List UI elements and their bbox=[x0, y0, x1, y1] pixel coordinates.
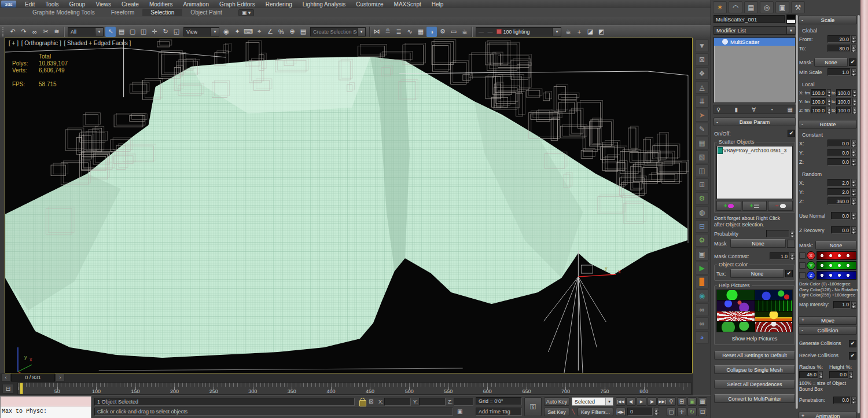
side-tool-9-icon[interactable]: ▧ bbox=[695, 151, 709, 163]
pan-icon[interactable]: ✛ bbox=[677, 408, 686, 416]
unlink-selection-icon[interactable]: ✂ bbox=[41, 27, 51, 37]
remove-modifier-icon[interactable]: ◔ bbox=[770, 107, 773, 113]
rect-selection-region-icon[interactable]: ▢ bbox=[127, 27, 138, 37]
side-tool-binoculars2-icon[interactable]: ∞ bbox=[695, 317, 709, 330]
rendered-frame-window-icon[interactable]: ▭ bbox=[448, 27, 459, 37]
hierarchy-tab-icon[interactable]: ▤ bbox=[744, 1, 758, 13]
auto-key-button[interactable]: Auto Key bbox=[544, 397, 569, 406]
edit-named-selection-sets-icon[interactable]: ▤ bbox=[298, 27, 308, 37]
ribbon-tab[interactable]: Graphite Modeling Tools bbox=[24, 9, 103, 16]
keyboard-shortcut-override-icon[interactable]: ⌨ bbox=[243, 27, 253, 37]
timeline-playhead[interactable] bbox=[20, 383, 23, 394]
select-and-link-icon[interactable]: ∞ bbox=[30, 27, 40, 37]
set-key-button[interactable]: Set Key bbox=[544, 408, 569, 416]
local-from-field[interactable]: 100.0 bbox=[811, 107, 826, 114]
orbit-icon[interactable]: ↻ bbox=[687, 408, 697, 416]
onoff-checkbox[interactable]: ✔ bbox=[788, 130, 795, 137]
map-intensity-field[interactable]: 1.0 bbox=[833, 301, 851, 309]
rotate-mask-button[interactable]: None bbox=[815, 241, 856, 250]
spinner[interactable] bbox=[851, 158, 856, 166]
maximize-viewport-toggle-icon[interactable]: ⊡ bbox=[698, 408, 707, 416]
random-rotation-field[interactable]: 2.0 bbox=[827, 188, 851, 196]
random-rotation-field[interactable]: 360.0 bbox=[827, 197, 851, 205]
probability-spinner[interactable] bbox=[790, 230, 795, 237]
ribbon-minimize-icon[interactable]: ▣ ▾ bbox=[238, 9, 255, 16]
spinner[interactable] bbox=[849, 371, 853, 379]
render-iterative-icon[interactable]: ☕ bbox=[563, 27, 573, 37]
selection-lock-icon[interactable] bbox=[359, 400, 366, 406]
spinner[interactable] bbox=[851, 226, 856, 234]
menu-item[interactable]: Edit bbox=[20, 1, 40, 8]
mask-swatch-box[interactable] bbox=[787, 240, 795, 248]
zoom-extents-icon[interactable]: ▣ bbox=[687, 397, 697, 406]
ribbon-tab[interactable]: Selection bbox=[142, 9, 182, 16]
menu-item[interactable]: Rendering bbox=[260, 1, 297, 8]
side-tool-3-icon[interactable]: ❖ bbox=[695, 67, 709, 80]
side-tool-14-icon[interactable]: ⊟ bbox=[695, 220, 709, 233]
side-tool-6-icon[interactable]: ➤ bbox=[695, 109, 709, 122]
height-field[interactable]: 0.0 bbox=[829, 371, 848, 379]
spinner[interactable] bbox=[851, 179, 856, 186]
spinner[interactable] bbox=[851, 45, 856, 52]
spinner[interactable] bbox=[851, 301, 856, 309]
modify-tab-icon[interactable]: ◠ bbox=[729, 1, 742, 13]
select-by-name-icon[interactable]: ▤ bbox=[116, 27, 127, 37]
local-from-field[interactable]: 100.0 bbox=[811, 89, 826, 97]
selection-filter-dropdown[interactable]: All▾ bbox=[68, 27, 104, 36]
side-tool-gear2-icon[interactable]: ⚙ bbox=[695, 234, 709, 247]
show-help-pictures-button[interactable]: Show Help Pictures bbox=[716, 334, 793, 343]
use-pivot-point-center-icon[interactable]: ◉ bbox=[221, 27, 231, 37]
angle-snap-icon[interactable]: ∠ bbox=[265, 27, 275, 37]
axis-map-checkbox[interactable] bbox=[799, 252, 806, 259]
previous-frame-arrow[interactable]: ‹ bbox=[1, 373, 10, 382]
track-bar[interactable]: ⊟ 50100150200250300350400450500550600650… bbox=[0, 382, 693, 395]
select-and-manipulate-icon[interactable]: ✦ bbox=[232, 27, 242, 37]
menu-item[interactable]: Group bbox=[64, 1, 91, 8]
spinner[interactable] bbox=[851, 68, 856, 76]
display-tab-icon[interactable]: ▣ bbox=[775, 1, 789, 13]
side-tool-4-icon[interactable]: ◬ bbox=[695, 81, 709, 94]
side-tool-11-icon[interactable]: ⊞ bbox=[695, 178, 709, 191]
spinner[interactable] bbox=[851, 35, 856, 43]
add-scatter-object-button[interactable]: + bbox=[716, 201, 741, 211]
constant-rotation-field[interactable]: 0.0 bbox=[827, 149, 851, 156]
make-unique-icon[interactable]: ∀ bbox=[752, 107, 756, 113]
remove-scatter-object-button[interactable]: − bbox=[768, 201, 793, 211]
motion-tab-icon[interactable]: ◎ bbox=[760, 1, 774, 13]
viewport[interactable]: y x y x [ + ] [ Orthographic ] [ Shaded … bbox=[5, 38, 693, 373]
spinner-snap-icon[interactable]: ⊕ bbox=[287, 27, 297, 37]
mask-contrast-spinner[interactable] bbox=[790, 252, 795, 260]
named-selection-set-dropdown[interactable]: Create Selection Se▾ bbox=[310, 27, 366, 36]
menu-item[interactable]: Tools bbox=[40, 1, 64, 8]
rotate-header[interactable]: - Rotate bbox=[799, 120, 857, 129]
y-coord-field[interactable] bbox=[419, 398, 446, 406]
zoom-extents-all-icon[interactable]: ▦ bbox=[698, 397, 707, 406]
menu-item[interactable]: Create bbox=[116, 1, 144, 8]
spinner[interactable] bbox=[852, 89, 856, 97]
current-frame-field[interactable]: 0 bbox=[627, 408, 653, 416]
add-time-tag[interactable]: Add Time Tag bbox=[476, 408, 522, 416]
object-color-swatch[interactable] bbox=[786, 14, 796, 24]
collapse-to-single-mesh-button[interactable]: Collapse to Single Mesh bbox=[714, 365, 795, 374]
select-all-dependences-button[interactable]: Select All Dependences bbox=[714, 380, 795, 388]
local-to-field[interactable]: 100.0 bbox=[836, 107, 852, 114]
scatter-objects-list[interactable]: VRayProxy_Arch100.0s61_3 bbox=[716, 146, 793, 199]
scale-mask-button[interactable]: None bbox=[814, 58, 848, 67]
set-keys-button[interactable]: ⚿ bbox=[524, 397, 542, 416]
side-tool-sphere-icon[interactable]: ◉ bbox=[695, 289, 709, 302]
undo-icon[interactable]: ↶ bbox=[8, 27, 18, 37]
base-param-header[interactable]: - Base Param bbox=[713, 118, 796, 126]
side-tool-orange-icon[interactable]: ▉ bbox=[695, 276, 709, 288]
isolate-icon[interactable]: ▣ bbox=[457, 408, 462, 416]
spinner[interactable] bbox=[851, 149, 856, 156]
select-and-move-icon[interactable]: ✛ bbox=[149, 27, 160, 37]
spinner[interactable] bbox=[851, 140, 856, 147]
bind-to-space-warp-icon[interactable]: ≋ bbox=[52, 27, 62, 37]
render-production-icon[interactable]: ☕ bbox=[459, 27, 470, 37]
side-tool-binoculars-icon[interactable]: ∞ bbox=[695, 303, 709, 316]
menu-item[interactable]: Help bbox=[426, 1, 449, 8]
add-icon[interactable]: + bbox=[574, 27, 584, 37]
key-step-toggle[interactable]: |◀▶| bbox=[616, 408, 626, 416]
spinner[interactable] bbox=[851, 212, 856, 219]
absolute-mode-icon[interactable]: ⊠ bbox=[369, 398, 373, 406]
